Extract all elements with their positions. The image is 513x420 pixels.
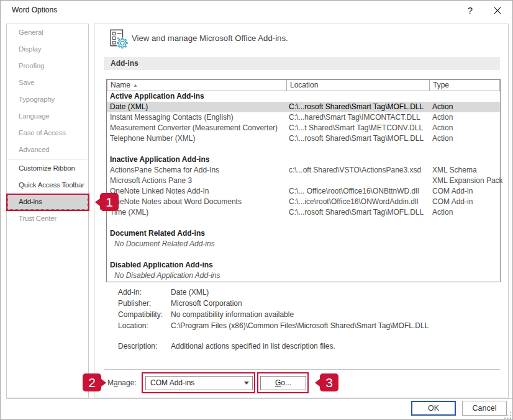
detail-row: Description:Additional actions specified… <box>118 341 429 352</box>
cell-type <box>430 218 500 228</box>
table-row[interactable]: Microsoft Actions Pane 3XML Expansion Pa… <box>107 176 500 186</box>
column-header-type[interactable]: Type <box>429 79 500 91</box>
cell-location <box>286 249 430 260</box>
table-row[interactable]: Instant Messaging Contacts (English)C:\.… <box>107 112 500 123</box>
sidebar-item-save[interactable]: Save <box>7 74 88 91</box>
manage-label: Manage: <box>107 376 137 390</box>
cell-name <box>107 144 286 154</box>
cell-type <box>430 249 500 260</box>
sort-ascending-icon: ▲ <box>133 80 138 91</box>
cell-name: No Document Related Add-ins <box>107 239 286 249</box>
cell-location: C:\...ice\root\Office16\ONWordAddin.dll <box>286 197 430 207</box>
table-row[interactable]: OneNote Linked Notes Add-InC:\... Office… <box>107 186 500 197</box>
cell-location <box>286 91 430 102</box>
annotation-badge-1: 1 <box>100 193 119 211</box>
sidebar-item-general[interactable]: General <box>7 24 88 41</box>
detail-row: Add-in:Date (XML) <box>118 287 429 298</box>
help-button[interactable]: ? <box>461 1 479 20</box>
sidebar-item-display[interactable]: Display <box>7 41 88 58</box>
detail-value: No compatibility information available <box>171 309 294 320</box>
sidebar-item-quick-access-toolbar[interactable]: Quick Access Toolbar <box>7 177 88 194</box>
cell-location: C:\... Office\root\Office16\ONBttnWD.dll <box>286 186 430 197</box>
sidebar-item-ease-of-access[interactable]: Ease of Access <box>7 125 88 141</box>
cell-location: C:\...t Shared\Smart Tag\METCONV.DLL <box>286 123 430 133</box>
word-options-dialog: Word Options ? GeneralDisplayProofingSav… <box>0 0 513 420</box>
cell-location: C:\...hared\Smart Tag\IMCONTACT.DLL <box>286 112 430 123</box>
table-row: No Document Related Add-ins <box>107 239 500 249</box>
resize-grip[interactable] <box>504 411 512 420</box>
table-row[interactable]: Measurement Converter (Measurement Conve… <box>107 123 500 133</box>
window-title: Word Options <box>12 1 57 19</box>
sidebar-item-language[interactable]: Language <box>7 108 88 125</box>
cell-name <box>107 218 286 228</box>
cell-type: XML Schema <box>430 165 500 176</box>
cell-location <box>286 260 430 270</box>
cell-type: Action <box>430 112 500 123</box>
detail-row: Location:C:\Program Files (x86)\Common F… <box>118 320 429 331</box>
cell-name: Inactive Application Add-ins <box>107 154 286 165</box>
table-row: No Disabled Application Add-ins <box>107 270 500 281</box>
detail-value: Microsoft Corporation <box>171 298 242 309</box>
cell-type <box>430 154 500 165</box>
ok-button[interactable]: OK <box>411 401 456 416</box>
detail-value: Date (XML) <box>171 287 209 298</box>
sidebar-item-typography[interactable]: Typography <box>7 91 88 108</box>
sidebar-item-proofing[interactable]: Proofing <box>7 58 88 74</box>
cell-name: OneNote Linked Notes Add-In <box>107 186 286 197</box>
cell-type: Action <box>430 102 500 112</box>
sidebar-item-advanced[interactable]: Advanced <box>7 141 88 158</box>
cell-name <box>107 249 286 260</box>
sidebar-item-trust-center[interactable]: Trust Center <box>7 210 88 227</box>
cell-location <box>286 154 430 165</box>
manage-separator <box>104 369 500 370</box>
detail-value: C:\Program Files (x86)\Common Files\Micr… <box>171 320 429 331</box>
cell-type <box>430 228 500 239</box>
table-row[interactable]: Date (XML)C:\...rosoft Shared\Smart Tag\… <box>107 102 500 112</box>
table-row[interactable]: Telephone Number (XML)C:\...rosoft Share… <box>107 133 500 144</box>
detail-label: Publisher: <box>118 298 171 309</box>
cell-name: Document Related Add-ins <box>107 228 286 239</box>
cell-name: Measurement Converter (Measurement Conve… <box>107 123 286 133</box>
cell-location: C:\...rosoft Shared\Smart Tag\MOFL.DLL <box>286 102 430 112</box>
cell-name: Microsoft Actions Pane 3 <box>107 176 286 186</box>
cell-location <box>286 144 430 154</box>
table-row[interactable]: ActionsPane Schema for Add-Insc:\...oft … <box>107 165 500 176</box>
table-group-row: Inactive Application Add-ins <box>107 154 500 165</box>
cell-type <box>430 91 500 102</box>
cell-name: Date (XML) <box>107 102 286 112</box>
close-button[interactable] <box>487 1 508 20</box>
table-empty-row <box>107 218 500 228</box>
sidebar-item-add-ins[interactable]: Add-ins <box>7 194 88 210</box>
footer-divider <box>6 398 513 399</box>
table-row[interactable]: OneNote Notes about Word DocumentsC:\...… <box>107 197 500 207</box>
detail-label: Location: <box>118 320 171 331</box>
cell-name: No Disabled Application Add-ins <box>107 270 286 281</box>
cell-location <box>286 176 430 186</box>
cell-location <box>286 239 430 249</box>
cell-type: COM Add-in <box>430 186 500 197</box>
cell-location: C:\...rosoft Shared\Smart Tag\MOFL.DLL <box>286 133 430 144</box>
column-header-location[interactable]: Location <box>286 79 430 91</box>
close-icon <box>494 7 501 14</box>
table-empty-row <box>107 249 500 260</box>
detail-value: Additional actions specified in list des… <box>171 341 335 352</box>
cell-type: Action <box>430 133 500 144</box>
go-button[interactable]: Go... <box>260 376 306 390</box>
cell-type <box>430 239 500 249</box>
table-row[interactable]: Time (XML)C:\...rosoft Shared\Smart Tag\… <box>107 207 500 218</box>
cancel-button[interactable]: Cancel <box>462 401 507 416</box>
column-header-name[interactable]: Name▲ <box>107 79 287 91</box>
table-group-row: Document Related Add-ins <box>107 228 500 239</box>
sidebar-item-customize-ribbon[interactable]: Customize Ribbon <box>7 160 88 177</box>
cell-name: Active Application Add-ins <box>107 91 286 102</box>
cell-name: Disabled Application Add-ins <box>107 260 286 270</box>
cell-location: C:\...rosoft Shared\Smart Tag\MOFL.DLL <box>286 207 430 218</box>
detail-label: Compatibility: <box>118 309 171 320</box>
badge-arrow-icon <box>101 378 106 387</box>
cell-type <box>430 260 500 270</box>
manage-dropdown[interactable]: COM Add-ins <box>145 376 253 390</box>
cell-type: COM Add-in <box>430 197 500 207</box>
sidebar-nav: GeneralDisplayProofingSaveTypographyLang… <box>6 24 89 398</box>
table-header-row: Name▲LocationType <box>107 79 500 91</box>
cell-type <box>430 144 500 154</box>
